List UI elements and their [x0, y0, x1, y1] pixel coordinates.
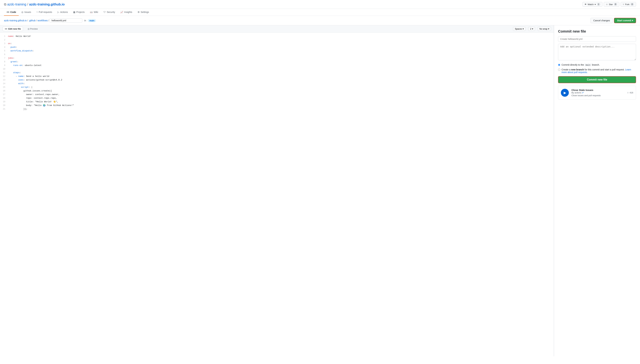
line-num: 10 [0, 67, 8, 71]
line-num: 13 [0, 78, 8, 82]
commit-new-file-button[interactable]: Commit new file [558, 76, 636, 83]
code-line: 4 push: [0, 46, 554, 49]
projects-icon: ▦ [73, 11, 75, 14]
code-icon: <> [7, 11, 9, 14]
edit-icon: <> [5, 28, 7, 30]
radio-direct-commit: Commit directly to the main branch. [558, 64, 636, 66]
radio-direct-text: Commit directly to the main branch. [561, 64, 600, 66]
tab-actions[interactable]: ▷ Actions [55, 9, 71, 16]
line-content: repo: context.repo.repo, [8, 96, 554, 100]
commit-description-textarea[interactable] [558, 44, 636, 60]
tab-settings[interactable]: ⚙ Settings [135, 9, 152, 16]
commit-panel-title: Commit new file [558, 29, 636, 34]
code-line: 14 with: [0, 82, 554, 86]
star-count-badge: ☆ 416 [627, 92, 633, 94]
spaces-label: Spaces [515, 28, 522, 30]
line-content: script: | [8, 86, 554, 89]
tab-issues[interactable]: ◎ Issues [19, 9, 34, 16]
repo-separator: / [27, 2, 28, 6]
tab-code-label: Code [10, 11, 16, 14]
line-content: greet: [8, 60, 554, 64]
breadcrumb-bar: azdc-training.github.io / .github / work… [0, 16, 640, 25]
spaces-chevron-icon: ▾ [523, 28, 524, 30]
edit-new-file-tab[interactable]: <> Edit new file [3, 26, 23, 31]
header-actions: 👁 Watch ▾ 1 ☆ Star 0 ⑂ Fork 0 [582, 2, 636, 6]
tab-insights[interactable]: 📈 Insights [118, 9, 135, 16]
code-editor[interactable]: 1 name: Hello World! 2 3 on: 4 push: 5 w… [0, 32, 554, 356]
star-label: Star [609, 3, 613, 6]
tab-projects[interactable]: ▦ Projects [71, 9, 87, 16]
tab-code[interactable]: <> Code [4, 9, 19, 16]
issues-icon: ◎ [21, 11, 23, 14]
repo-owner-link[interactable]: azdc-training [7, 2, 26, 6]
radio-new-branch-input[interactable] [558, 68, 560, 71]
tab-actions-label: Actions [60, 11, 68, 14]
tab-insights-label: Insights [124, 11, 132, 14]
breadcrumb-sep-2: / [36, 19, 37, 22]
tab-security[interactable]: 🛡 Security [101, 9, 118, 16]
line-content: - name: Send a hello world [8, 74, 554, 78]
preview-tab-label: Preview [30, 28, 38, 30]
cancel-changes-button[interactable]: Cancel changes [590, 18, 613, 23]
breadcrumb-github[interactable]: .github [29, 19, 36, 22]
watch-button[interactable]: 👁 Watch ▾ 1 [582, 2, 602, 6]
star-count: 0 [614, 3, 617, 6]
start-commit-label: Start commit [617, 19, 631, 22]
line-num: 20 [0, 104, 8, 107]
line-content: workflow_dispatch: [8, 49, 554, 53]
code-line: 18 repo: context.repo.repo, [0, 96, 554, 100]
breadcrumb-workflows[interactable]: workflows [38, 19, 48, 22]
star-icon: ☆ [627, 92, 629, 94]
card-title: Close Stale Issues [571, 88, 624, 92]
settings-icon: ⚙ [138, 11, 140, 14]
indent-size-select[interactable]: 2 ▾ [528, 27, 535, 31]
preview-tab[interactable]: ◎ Preview [26, 27, 40, 31]
start-commit-chevron-icon: ▾ [632, 19, 633, 22]
watch-chevron-icon: ▾ [595, 3, 596, 6]
line-num: 1 [0, 34, 8, 38]
card-subtitle: By actions ✔ [571, 92, 624, 94]
breadcrumb-owner[interactable]: azdc-training.github.io [4, 19, 27, 22]
commit-message-input[interactable] [558, 36, 636, 42]
code-line: 19 title: "Hello World! 👋", [0, 100, 554, 104]
insights-icon: 📈 [120, 11, 123, 14]
start-commit-button[interactable]: Start commit ▾ [614, 18, 636, 23]
line-num: 15 [0, 86, 8, 89]
pull-requests-icon: ⑂ [37, 11, 38, 14]
radio-direct-input[interactable] [558, 64, 560, 66]
line-content: github.issues.create({ [8, 89, 554, 93]
breadcrumb: azdc-training.github.io / .github / work… [4, 18, 96, 23]
spaces-select[interactable]: Spaces ▾ [513, 27, 526, 31]
star-button[interactable]: ☆ Star 0 [604, 2, 619, 6]
line-num: 5 [0, 49, 8, 53]
line-num: 18 [0, 96, 8, 100]
tab-wiki-label: Wiki [94, 11, 98, 14]
radio-new-branch-text: Create a new branch for this commit and … [561, 68, 636, 74]
tab-pull-requests[interactable]: ⑂ Pull requests [34, 9, 55, 16]
code-line: 7 jobs: [0, 56, 554, 60]
line-num: 6 [0, 53, 8, 56]
fork-label: Fork [625, 3, 629, 6]
code-line: 11 steps: [0, 71, 554, 74]
verified-icon: ✔ [582, 92, 584, 94]
code-line: 6 [0, 53, 554, 56]
line-content: with: [8, 82, 554, 86]
tab-wiki[interactable]: 📖 Wiki [87, 9, 101, 16]
line-num: 2 [0, 38, 8, 42]
line-content: body: "Hello 🌍 from GitHub Actions!" [8, 104, 554, 107]
line-num: 4 [0, 46, 8, 49]
branch-label: in [84, 19, 86, 22]
filename-input[interactable] [50, 18, 82, 23]
line-content: uses: actions/github-script@v4.0.2 [8, 78, 554, 82]
fork-button[interactable]: ⑂ Fork 0 [621, 2, 636, 6]
suggested-card: ▶ Close Stale Issues By actions ✔ Close … [558, 86, 636, 100]
branch-badge: main [88, 19, 96, 22]
play-icon: ▶ [561, 89, 569, 97]
breadcrumb-actions: Cancel changes Start commit ▾ [590, 18, 636, 23]
line-content: runs-on: ubuntu-latest [8, 64, 554, 67]
code-line: 20 body: "Hello 🌍 from GitHub Actions!" [0, 104, 554, 107]
nowrap-select[interactable]: No wrap ▾ [538, 27, 551, 31]
line-num: 19 [0, 100, 8, 104]
repo-name-link[interactable]: azdc-training.github.io [29, 2, 65, 6]
line-num: 11 [0, 71, 8, 74]
